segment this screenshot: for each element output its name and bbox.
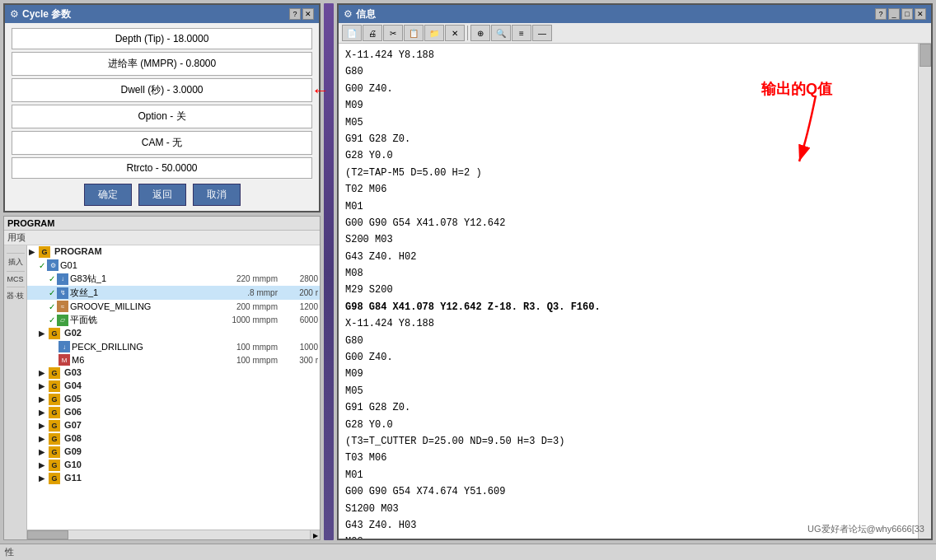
info-close-icon[interactable]: ✕	[915, 8, 926, 20]
code-line: G00 G90 G54 X74.674 Y51.609	[345, 483, 911, 500]
program-tree-section: PROGRAM 用项 主页 插入 MCS 器·枝	[3, 216, 321, 540]
tree-item[interactable]: ✓ ↓ G83钻_1 220 mmpm 2800	[27, 272, 320, 286]
code-line: M01	[345, 467, 911, 483]
code-line: G28 Y0.0	[345, 147, 911, 164]
code-line: X-11.424 Y8.188	[345, 315, 911, 332]
param-option[interactable]: Option - 关	[12, 105, 312, 128]
tool-target[interactable]: ⊕	[470, 25, 490, 41]
sidebar-mcs-btn[interactable]: MCS	[7, 274, 25, 284]
code-line: G91 G28 Z0.	[345, 131, 911, 147]
h-scrollbar[interactable]: ▶	[27, 530, 320, 539]
tree-group[interactable]: ▶ G G10	[27, 459, 320, 472]
tool-cut[interactable]: ✂	[383, 25, 403, 41]
tree-group[interactable]: ▶ G G04	[27, 380, 320, 393]
v-scrollbar[interactable]	[918, 44, 931, 539]
tree-item[interactable]: ✓ ▱ 平面铣 1000 mmpm 6000	[27, 313, 320, 327]
tree-item[interactable]: ✓ ⚙ G01	[27, 259, 320, 272]
tool-print[interactable]: 🖨	[363, 25, 382, 41]
code-line: G28 Y0.0	[345, 417, 911, 433]
code-line: (T2=TAP-M5 D=5.00 H=2 )	[345, 165, 911, 181]
tree-item[interactable]: ✓ ↯ 攻丝_1 .8 mmpr 200 r	[27, 286, 320, 300]
tool-list[interactable]: ≡	[512, 25, 531, 41]
left-panel: ⚙ Cycle 参数 ? ✕ Depth (Tip) - 18.0000 进给率…	[3, 3, 321, 540]
tree-item[interactable]: ↓ PECK_DRILLING 100 mmpm 1000	[27, 340, 320, 353]
confirm-button[interactable]: 确定	[84, 184, 132, 206]
tree-item[interactable]: M M6 100 mmpm 300 r	[27, 353, 320, 366]
info-min-icon[interactable]: _	[888, 8, 900, 20]
tool-delete[interactable]: ✕	[445, 25, 465, 41]
back-button[interactable]: 返回	[138, 184, 186, 206]
param-cam[interactable]: CAM - 无	[12, 131, 312, 155]
code-line: S1200 M03	[345, 501, 911, 517]
tree-group[interactable]: ▶ G G09	[27, 446, 320, 459]
code-line: G80	[345, 63, 911, 80]
code-line: G00 Z40.	[345, 349, 911, 366]
gear-icon: ⚙	[10, 8, 19, 20]
tree-group[interactable]: ▶ G G08	[27, 432, 320, 446]
program-tree-list: ▶ G PROGRAM ✓ ⚙ G01 ✓ ↓ G83钻_1 220 mmpm …	[27, 245, 320, 530]
program-header-label: PROGRAM	[7, 218, 54, 228]
tool-minus[interactable]: —	[532, 25, 552, 41]
tool-open[interactable]: 📄	[342, 25, 362, 41]
code-line: M08	[345, 265, 911, 282]
program-label: 用项	[7, 231, 26, 244]
tree-group[interactable]: ▶ G G07	[27, 419, 320, 432]
cancel-button[interactable]: 取消	[193, 184, 241, 206]
code-line: G80	[345, 333, 911, 349]
code-line: M09	[345, 97, 911, 114]
param-rtrcto[interactable]: Rtrcto - 50.0000	[12, 157, 312, 179]
code-line: X-11.424 Y8.188	[345, 47, 911, 63]
code-line: T02 M06	[345, 181, 911, 198]
tree-group[interactable]: ▶ G G02	[27, 327, 320, 340]
cycle-title-bar: ⚙ Cycle 参数 ? ✕	[5, 5, 319, 23]
code-line: S200 M03	[345, 231, 911, 248]
tree-group[interactable]: ▶ G G06	[27, 406, 320, 419]
code-line: G00 G90 G54 X41.078 Y12.642	[345, 215, 911, 231]
code-line: M05	[345, 114, 911, 131]
tree-group[interactable]: ▶ G G11	[27, 472, 320, 485]
close-icon[interactable]: ✕	[302, 8, 314, 20]
code-line: G91 G28 Z0.	[345, 399, 911, 416]
info-max-icon[interactable]: □	[901, 8, 913, 20]
code-line: T03 M06	[345, 450, 911, 466]
tree-item[interactable]: ✓ ≈ GROOVE_MILLING 200 mmpm 1200	[27, 300, 320, 313]
cycle-dialog: ⚙ Cycle 参数 ? ✕ Depth (Tip) - 18.0000 进给率…	[3, 3, 321, 212]
tool-search[interactable]: 🔍	[491, 25, 511, 41]
tool-save[interactable]: 📁	[424, 25, 444, 41]
code-line: G98 G84 X41.078 Y12.642 Z-18. R3. Q3. F1…	[345, 299, 911, 315]
param-feedrate[interactable]: 进给率 (MMPR) - 0.8000	[12, 52, 312, 76]
tree-group[interactable]: ▶ G PROGRAM	[27, 245, 320, 259]
info-toolbar: 📄 🖨 ✂ 📋 📁 ✕ ⊕ 🔍 ≡ —	[339, 23, 931, 44]
watermark: UG爱好者论坛@why6666[33	[807, 523, 924, 535]
code-line: M05	[345, 383, 911, 399]
param-dwell[interactable]: Dwell (秒) - 3.0000 ←	[12, 78, 312, 102]
info-dialog-title: 信息	[356, 7, 376, 21]
info-gear-icon: ⚙	[344, 8, 353, 20]
status-label: 性	[5, 546, 14, 558]
info-help-icon[interactable]: ?	[875, 8, 887, 20]
bottom-status-bar: 性	[0, 544, 936, 560]
sidebar-insert-btn[interactable]: 插入	[7, 256, 24, 268]
code-line: (T3=T_CUTTER D=25.00 ND=9.50 H=3 D=3)	[345, 433, 911, 450]
param-depth[interactable]: Depth (Tip) - 18.0000	[12, 28, 312, 49]
tool-copy[interactable]: 📋	[404, 25, 424, 41]
cycle-dialog-title: Cycle 参数	[22, 7, 71, 21]
left-mini-sidebar: 主页 插入 MCS 器·枝	[4, 245, 27, 539]
code-line: G00 Z40.	[345, 81, 911, 97]
code-line: M09	[345, 366, 911, 382]
sidebar-main-btn[interactable]: 主页	[8, 247, 22, 250]
tree-group[interactable]: ▶ G G05	[27, 393, 320, 406]
info-panel: ⚙ 信息 ? _ □ ✕ 📄 🖨 ✂ 📋 📁 ✕ ⊕	[337, 3, 933, 540]
info-title-bar: ⚙ 信息 ? _ □ ✕	[339, 5, 931, 23]
sidebar-device-btn[interactable]: 器·枝	[6, 290, 25, 302]
code-line: M01	[345, 198, 911, 215]
tree-group[interactable]: ▶ G G03	[27, 366, 320, 380]
help-icon[interactable]: ?	[289, 8, 301, 20]
code-line: G43 Z40. H02	[345, 249, 911, 265]
code-content: X-11.424 Y8.188G80G00 Z40.M09M05G91 G28 …	[339, 44, 918, 539]
code-line: M29 S200	[345, 282, 911, 298]
